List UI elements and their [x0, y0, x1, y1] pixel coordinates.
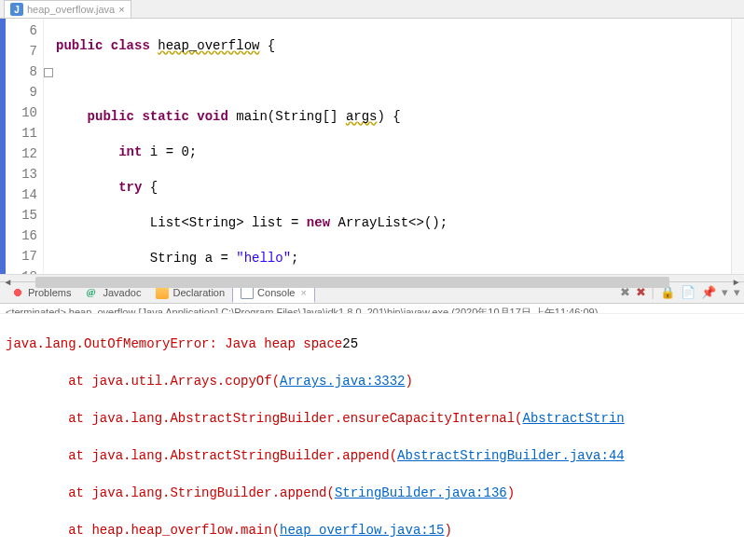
console-output[interactable]: java.lang.OutOfMemoryError: Java heap sp… — [0, 314, 744, 560]
editor-tab-bar: J heap_overflow.java × — [0, 0, 744, 19]
scroll-right-icon[interactable]: ► — [728, 275, 744, 291]
line-number-gutter: 6 7 8 9 10 11 12 13 14 15 16 17 18 19 20… — [6, 19, 43, 274]
close-icon[interactable]: × — [118, 4, 124, 15]
display-selected-icon[interactable]: ▾ — [722, 285, 728, 299]
java-file-icon: J — [10, 3, 23, 16]
horizontal-scrollbar[interactable]: ◄ ► — [0, 274, 744, 280]
declaration-icon — [156, 286, 169, 299]
error-line: java.lang.OutOfMemoryError: Java heap sp… — [6, 336, 342, 351]
stack-link[interactable]: AbstractStrin — [523, 411, 625, 426]
overview-ruler[interactable] — [731, 19, 744, 274]
stack-link[interactable]: StringBuilder.java:136 — [335, 485, 507, 500]
pin-console-icon[interactable]: 📌 — [701, 285, 716, 299]
code-editor[interactable]: 6 7 8 9 10 11 12 13 14 15 16 17 18 19 20… — [0, 19, 744, 274]
editor-tab[interactable]: J heap_overflow.java × — [4, 0, 131, 18]
code-area[interactable]: public class heap_overflow { public stat… — [56, 19, 731, 274]
fold-ruler — [43, 19, 56, 274]
javadoc-icon: @ — [86, 286, 99, 299]
stack-link[interactable]: Arrays.java:3332 — [280, 374, 405, 389]
stack-link[interactable]: AbstractStringBuilder.java:44 — [397, 448, 625, 463]
close-icon[interactable]: × — [300, 287, 306, 298]
tab-filename: heap_overflow.java — [27, 4, 115, 15]
clear-console-icon[interactable]: 📄 — [681, 285, 696, 299]
scroll-left-icon[interactable]: ◄ — [0, 275, 16, 291]
console-icon — [241, 286, 254, 299]
console-launch-label: <terminated> heap_overflow [Java Applica… — [0, 304, 744, 314]
scrollbar-thumb[interactable] — [35, 277, 669, 288]
stack-link[interactable]: heap_overflow.java:15 — [280, 523, 444, 538]
